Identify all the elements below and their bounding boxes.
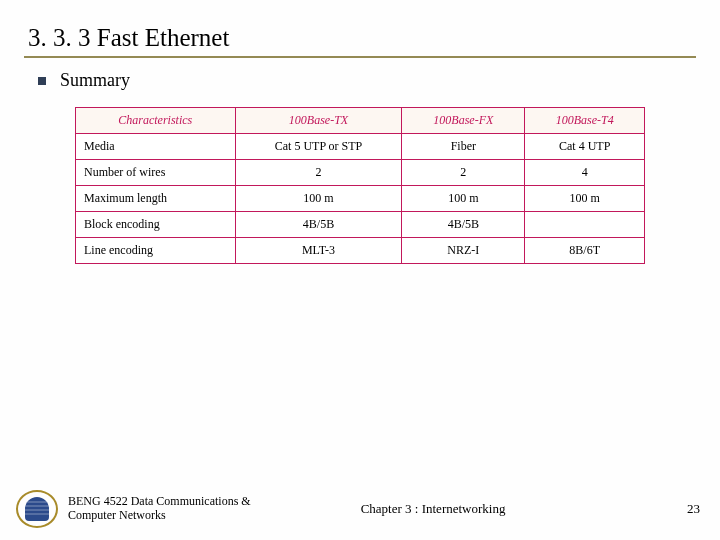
table-row: Line encoding MLT-3 NRZ-I 8B/6T (76, 238, 645, 264)
cell: 100 m (525, 186, 645, 212)
institution-logo-icon (16, 490, 58, 528)
cell-label: Media (76, 134, 236, 160)
cell: 100 m (402, 186, 525, 212)
col-100base-tx: 100Base-TX (235, 108, 402, 134)
table-row: Media Cat 5 UTP or STP Fiber Cat 4 UTP (76, 134, 645, 160)
bullet-square-icon (38, 77, 46, 85)
cell: 4B/5B (235, 212, 402, 238)
cell (525, 212, 645, 238)
cell: Fiber (402, 134, 525, 160)
bullet-text: Summary (60, 70, 130, 91)
table-row: Block encoding 4B/5B 4B/5B (76, 212, 645, 238)
cell: NRZ-I (402, 238, 525, 264)
cell: 100 m (235, 186, 402, 212)
chapter-label: Chapter 3 : Internetworking (361, 501, 506, 517)
cell: 2 (235, 160, 402, 186)
cell: Cat 5 UTP or STP (235, 134, 402, 160)
cell: 8B/6T (525, 238, 645, 264)
section-title: 3. 3. 3 Fast Ethernet (24, 18, 696, 58)
cell: Cat 4 UTP (525, 134, 645, 160)
col-100base-t4: 100Base-T4 (525, 108, 645, 134)
cell: 4 (525, 160, 645, 186)
table-row: Number of wires 2 2 4 (76, 160, 645, 186)
course-line2: Computer Networks (68, 509, 251, 523)
col-characteristics: Characteristics (76, 108, 236, 134)
bullet-item: Summary (38, 70, 696, 91)
table-row: Maximum length 100 m 100 m 100 m (76, 186, 645, 212)
slide: 3. 3. 3 Fast Ethernet Summary Characteri… (0, 0, 720, 540)
summary-table-wrap: Characteristics 100Base-TX 100Base-FX 10… (75, 107, 645, 264)
cell-label: Block encoding (76, 212, 236, 238)
cell: 2 (402, 160, 525, 186)
page-number: 23 (687, 501, 700, 517)
table-header-row: Characteristics 100Base-TX 100Base-FX 10… (76, 108, 645, 134)
summary-table: Characteristics 100Base-TX 100Base-FX 10… (75, 107, 645, 264)
cell: MLT-3 (235, 238, 402, 264)
cell-label: Number of wires (76, 160, 236, 186)
footer: BENG 4522 Data Communications & Computer… (0, 490, 720, 528)
col-100base-fx: 100Base-FX (402, 108, 525, 134)
cell: 4B/5B (402, 212, 525, 238)
course-title: BENG 4522 Data Communications & Computer… (68, 495, 251, 523)
cell-label: Maximum length (76, 186, 236, 212)
cell-label: Line encoding (76, 238, 236, 264)
course-line1: BENG 4522 Data Communications & (68, 495, 251, 509)
